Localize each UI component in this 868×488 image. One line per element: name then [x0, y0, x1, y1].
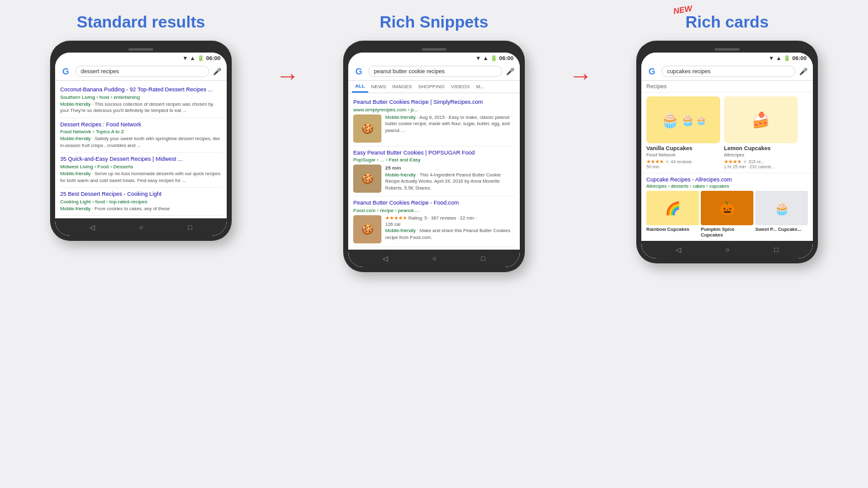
snippet-item-2: Easy Peanut Butter Cookies | POPSUGAR Fo… [353, 146, 515, 197]
card-stars-1: ★★★★ [646, 159, 664, 165]
nav-recent-3[interactable]: □ [774, 246, 778, 253]
result-url-2: Food Network › Topics A to Z [60, 129, 222, 135]
nav-home-2[interactable]: ○ [432, 255, 437, 262]
allrecipes-result: Cupcake Recipes - Allrecipes.com Allreci… [641, 173, 813, 241]
phone-standard: ▼ ▲ 🔋 06:00 G dessert recipes 🎤 [50, 41, 232, 241]
cupcake-img-1: 🌈 [646, 191, 699, 225]
recipe-card-title-2: Lemon Cupcakes [724, 145, 798, 151]
snippet-url-1: www.simplyrecipes.com › p... [353, 107, 515, 113]
snippet-with-thumb-1: 🍪 Mobile-friendly · Aug 8, 2015 · Easy t… [353, 114, 515, 143]
cupcake-item-1[interactable]: 🌈 Rainbow Cupcakes [646, 191, 699, 238]
thumb-2: 🍪 [353, 165, 381, 193]
result-url-4: Cooking Light › food › top-rated-recipes [60, 199, 222, 205]
status-icons-2: ▼ ▲ 🔋 06:00 [475, 55, 514, 61]
cal-3: 126 cal [385, 221, 515, 227]
results-container-1: Coconut-Banana Pudding - 92 Top-Rated De… [55, 81, 227, 218]
phone-nav-1: ◁ ○ □ [55, 218, 227, 236]
search-input-2[interactable]: peanut butter cookie recipes [368, 66, 502, 77]
thumb-img-3: 🍪 [353, 215, 381, 243]
wifi-icon: ▼ [182, 55, 188, 61]
recipe-card-2[interactable]: 🍰 Lemon Cupcakes Allrecipes ★★★★★ 315 re… [724, 96, 798, 169]
cupcake-label-3: Sweet P... Cupcake... [755, 226, 808, 232]
snippet-title-3[interactable]: Peanut Butter Cookies Recipe - Food.com [353, 200, 515, 207]
snippet-title-2[interactable]: Easy Peanut Butter Cookies | POPSUGAR Fo… [353, 150, 515, 157]
search-input-1[interactable]: dessert recipes [75, 66, 209, 77]
tab-shopping[interactable]: SHOPPING [415, 81, 448, 92]
snippet-desc-3: Mobile-friendly · Make and share this Pe… [385, 228, 515, 241]
tab-videos[interactable]: VIDEOS [448, 81, 473, 92]
search-bar-3: G cupcakes recipes 🎤 [641, 63, 813, 81]
card-reviews-2: 315 re... [748, 160, 765, 164]
allrecipes-url: Allrecipes › desserts › cakes › cupcakes [646, 183, 808, 189]
status-bar-2: ▼ ▲ 🔋 06:00 [348, 53, 520, 63]
mic-icon-2[interactable]: 🎤 [506, 68, 515, 76]
search-input-3[interactable]: cupcakes recipes [661, 66, 795, 77]
standard-title: Standard results [76, 13, 205, 32]
result-title-3[interactable]: 35 Quick-and-Easy Dessert Recipes | Midw… [60, 156, 222, 163]
snippet-desc-1: Mobile-friendly · Aug 8, 2015 · Easy to … [385, 114, 515, 135]
google-logo-3: G [646, 66, 658, 76]
cupcake-label-1: Rainbow Cupcakes [646, 226, 699, 232]
phone-snippets: ▼ ▲ 🔋 06:00 G peanut butter cookie recip… [343, 41, 525, 272]
snippet-with-thumb-2: 🍪 25 min Mobile-friendly · This 4-Ingred… [353, 165, 515, 193]
tab-images[interactable]: IMAGES [390, 81, 415, 92]
wifi-icon-2: ▼ [475, 55, 481, 61]
phone-speaker-1 [128, 48, 153, 51]
phone-top-2 [348, 46, 520, 53]
phone-nav-3: ◁ ○ □ [641, 241, 813, 258]
cupcake-item-3[interactable]: 🧁 Sweet P... Cupcake... [755, 191, 808, 238]
allrecipes-title[interactable]: Cupcake Recipes - Allrecipes.com [646, 176, 808, 183]
cupcake-img-3: 🧁 [755, 191, 808, 225]
tab-more[interactable]: M... [473, 81, 487, 92]
arrow-2: → [569, 63, 592, 89]
status-time-3: 06:00 [792, 55, 807, 61]
status-icons-1: ▼ ▲ 🔋 06:00 [182, 55, 220, 61]
snippet-url-3: Food.com › recipe › peanut-... [353, 208, 515, 213]
snippet-text-1: Mobile-friendly · Aug 8, 2015 · Easy to … [385, 114, 515, 143]
result-snippet-4: Mobile-friendly · From cookies to cakes,… [60, 206, 222, 213]
column-cards: NEW Rich cards ▼ ▲ 🔋 06:00 G cupcak [605, 13, 849, 263]
result-title-1[interactable]: Coconut-Banana Pudding - 92 Top-Rated De… [60, 86, 222, 94]
results-container-2: Peanut Butter Cookies Recipe | SimplyRec… [348, 93, 520, 250]
cupcake-img-2: 🎃 [701, 191, 753, 225]
nav-back-2[interactable]: ◁ [383, 255, 388, 263]
mic-icon-1[interactable]: 🎤 [213, 68, 222, 76]
nav-recent-1[interactable]: □ [188, 223, 192, 231]
snippet-meta-2: 25 min [385, 165, 515, 171]
result-title-2[interactable]: Dessert Recipes : Food Network [60, 121, 222, 129]
battery-icon: 🔋 [197, 55, 204, 61]
tab-news[interactable]: NEWS [368, 81, 390, 92]
nav-back-1[interactable]: ◁ [90, 223, 95, 231]
column-standard: Standard results ▼ ▲ 🔋 06:00 [19, 13, 263, 241]
recipe-card-meta-1: 50 min [646, 165, 720, 169]
nav-home-1[interactable]: ○ [139, 223, 143, 231]
snippet-title-1[interactable]: Peanut Butter Cookies Recipe | SimplyRec… [353, 99, 515, 106]
phone-top-3 [641, 46, 813, 53]
snippet-text-3: ★★★★★ Rating: 5 · 367 reviews · 22 min ·… [385, 215, 515, 243]
tab-all[interactable]: ALL [352, 81, 368, 93]
recipes-header: Recipes [641, 81, 813, 93]
recipe-card-1[interactable]: 🧁 🧁 🧁 Vanilla Cupcakes Food Network ★★★★… [646, 96, 720, 169]
phone-nav-2: ◁ ○ □ [348, 250, 520, 267]
thumb-1: 🍪 [353, 114, 381, 143]
result-item-3: 35 Quick-and-Easy Dessert Recipes | Midw… [60, 153, 222, 188]
recipe-card-img-1: 🧁 🧁 🧁 [646, 96, 720, 143]
mic-icon-3[interactable]: 🎤 [799, 68, 808, 76]
result-item-1: Coconut-Banana Pudding - 92 Top-Rated De… [60, 83, 222, 118]
cards-title: NEW Rich cards [686, 13, 769, 32]
status-bar-1: ▼ ▲ 🔋 06:00 [55, 53, 227, 63]
signal-icon-3: ▲ [776, 55, 782, 61]
result-title-4[interactable]: 25 Best Dessert Recipes - Cooking Light [60, 191, 222, 198]
cupcake-item-2[interactable]: 🎃 Pumpkin Spice Cupcakes [701, 191, 753, 238]
nav-recent-2[interactable]: □ [481, 255, 485, 262]
snippet-text-2: 25 min Mobile-friendly · This 4-Ingredie… [385, 165, 515, 193]
result-item-4: 25 Best Dessert Recipes - Cooking Light … [60, 188, 222, 216]
cards-title-text: Rich cards [686, 13, 769, 31]
cupcakes-grid: 🌈 Rainbow Cupcakes 🎃 Pumpkin Spice Cupca… [646, 191, 808, 238]
battery-icon-3: 🔋 [783, 55, 790, 61]
phone-screen-1: ▼ ▲ 🔋 06:00 G dessert recipes 🎤 [55, 53, 227, 236]
arrow-2-container: → [569, 13, 592, 89]
recipe-card-source-2: Allrecipes [724, 152, 798, 158]
nav-home-3[interactable]: ○ [725, 246, 730, 253]
nav-back-3[interactable]: ◁ [676, 246, 681, 254]
